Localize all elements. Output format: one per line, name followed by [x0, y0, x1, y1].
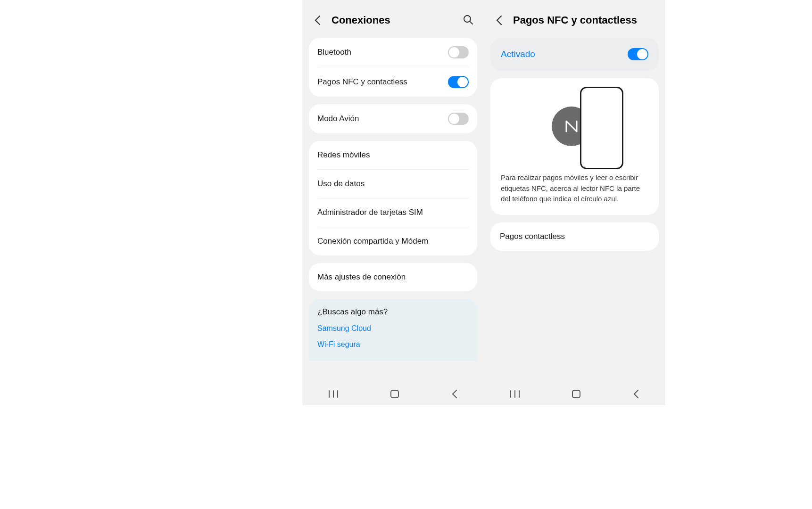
- contactless-payments-card: Pagos contactless: [490, 222, 659, 251]
- recents-icon: [510, 390, 520, 398]
- nfc-info-card: Para realizar pagos móviles y leer o esc…: [490, 78, 659, 215]
- phone-connections: Conexiones Bluetooth Pagos NFC y contact…: [302, 0, 484, 405]
- sim-manager-row[interactable]: Administrador de tarjetas SIM: [309, 198, 477, 227]
- back-button[interactable]: [312, 15, 323, 26]
- header: Pagos NFC y contactless: [484, 0, 665, 38]
- row-label: Bluetooth: [317, 48, 351, 57]
- home-icon: [572, 389, 581, 399]
- nfc-graphic: [490, 78, 659, 172]
- more-connection-settings-row[interactable]: Más ajustes de conexión: [309, 263, 477, 291]
- search-more-title: ¿Buscas algo más?: [317, 307, 469, 317]
- contactless-payments-row[interactable]: Pagos contactless: [490, 222, 659, 251]
- recents-button[interactable]: [510, 390, 520, 400]
- navbar: [302, 385, 484, 405]
- nfc-icon: [564, 119, 579, 133]
- search-icon: [463, 15, 473, 25]
- recents-icon: [328, 390, 339, 398]
- row-label: Modo Avión: [317, 114, 359, 123]
- airplane-toggle[interactable]: [448, 113, 469, 125]
- svg-rect-5: [391, 390, 398, 398]
- nav-back-button[interactable]: [633, 389, 639, 401]
- wifi-secure-link[interactable]: Wi-Fi segura: [317, 340, 469, 349]
- nfc-toggle[interactable]: [448, 76, 469, 88]
- row-label: Conexión compartida y Módem: [317, 237, 428, 246]
- bluetooth-toggle[interactable]: [448, 46, 469, 58]
- mobile-networks-row[interactable]: Redes móviles: [309, 141, 477, 169]
- back-button[interactable]: [493, 15, 505, 26]
- svg-line-1: [470, 22, 473, 25]
- row-label: Administrador de tarjetas SIM: [317, 208, 423, 217]
- chevron-left-icon: [633, 389, 639, 399]
- header: Conexiones: [302, 0, 484, 38]
- nfc-payments-row[interactable]: Pagos NFC y contactless: [309, 67, 477, 97]
- search-more-card: ¿Buscas algo más? Samsung Cloud Wi-Fi se…: [309, 299, 477, 361]
- settings-group: Más ajustes de conexión: [309, 263, 477, 291]
- chevron-left-icon: [314, 15, 321, 25]
- row-label: Uso de datos: [317, 179, 365, 189]
- activated-toggle[interactable]: [628, 48, 648, 60]
- activated-label: Activado: [501, 49, 535, 59]
- hotspot-row[interactable]: Conexión compartida y Módem: [309, 227, 477, 255]
- svg-rect-9: [572, 390, 580, 398]
- row-label: Pagos contactless: [500, 232, 565, 241]
- nfc-description: Para realizar pagos móviles y leer o esc…: [490, 172, 659, 215]
- settings-group: Redes móviles Uso de datos Administrador…: [309, 141, 477, 255]
- recents-button[interactable]: [328, 390, 339, 400]
- bluetooth-row[interactable]: Bluetooth: [309, 38, 477, 67]
- page-title: Pagos NFC y contactless: [513, 14, 656, 26]
- data-usage-row[interactable]: Uso de datos: [309, 170, 477, 198]
- navbar: [484, 385, 665, 405]
- settings-group: Modo Avión: [309, 104, 477, 133]
- settings-group: Bluetooth Pagos NFC y contactless: [309, 38, 477, 97]
- phone-nfc-detail: Pagos NFC y contactless Activado Para re…: [484, 0, 665, 405]
- page-title: Conexiones: [331, 14, 463, 26]
- chevron-left-icon: [496, 15, 502, 25]
- samsung-cloud-link[interactable]: Samsung Cloud: [317, 324, 469, 333]
- row-label: Redes móviles: [317, 150, 370, 160]
- phone-outline-icon: [580, 87, 623, 169]
- nav-back-button[interactable]: [451, 389, 458, 401]
- airplane-mode-row[interactable]: Modo Avión: [309, 104, 477, 133]
- row-label: Pagos NFC y contactless: [317, 77, 407, 87]
- home-button[interactable]: [572, 389, 581, 401]
- home-icon: [390, 389, 399, 399]
- row-label: Más ajustes de conexión: [317, 272, 406, 282]
- search-button[interactable]: [463, 15, 474, 26]
- activated-card: Activado: [490, 38, 659, 71]
- home-button[interactable]: [390, 389, 399, 401]
- chevron-left-icon: [451, 389, 458, 399]
